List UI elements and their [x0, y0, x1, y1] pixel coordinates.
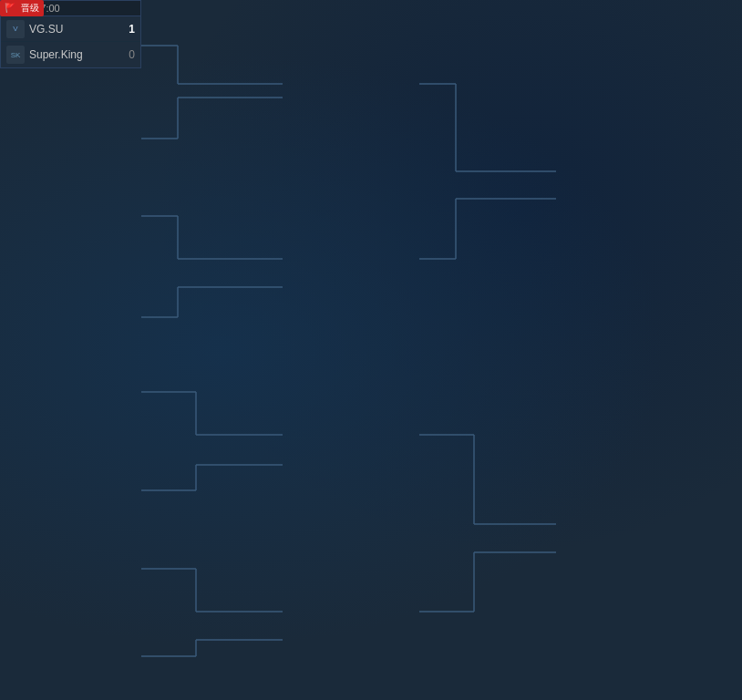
- bracket-container: 09-13 13:00 E Eclipse -- ? 轮空 -- 09-13 1…: [0, 0, 742, 700]
- team-name: Super.King: [29, 48, 117, 61]
- advance-icon: 🚩: [5, 3, 15, 13]
- team-name: VG.SU: [29, 23, 117, 36]
- match-r3mN-team1: V VG.SU 1: [1, 16, 140, 42]
- vgsu-icon: V: [6, 20, 25, 38]
- team-score: 0: [120, 48, 135, 61]
- match-r3mN-team2: SK Super.King 0: [1, 42, 140, 67]
- advance-badge-N: 🚩 晋级: [0, 0, 44, 16]
- connector-lines: [0, 0, 742, 700]
- advance-label: 晋级: [21, 3, 39, 13]
- team-score: 1: [120, 23, 135, 36]
- superking-icon: SK: [6, 46, 25, 64]
